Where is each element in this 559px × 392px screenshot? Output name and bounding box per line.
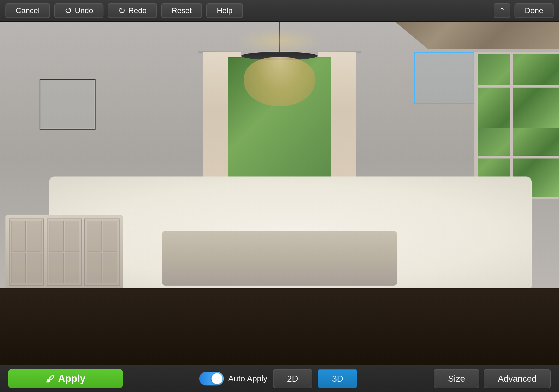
auto-apply-toggle[interactable] bbox=[199, 372, 224, 385]
sideboard-pane bbox=[65, 221, 79, 252]
bottom-bar-center: Auto Apply 2D 3D bbox=[123, 369, 434, 388]
view-3d-button[interactable]: 3D bbox=[318, 369, 357, 388]
sideboard-pane bbox=[87, 221, 101, 252]
sideboard-pane bbox=[27, 221, 41, 252]
sideboard bbox=[5, 215, 123, 289]
redo-button[interactable]: Redo bbox=[108, 3, 157, 18]
bottom-bar-right: Size Advanced bbox=[434, 369, 551, 388]
ceiling-beams bbox=[395, 22, 559, 49]
paintbrush-icon bbox=[46, 373, 54, 384]
chandelier-body bbox=[241, 52, 318, 106]
sideboard-pane bbox=[103, 253, 117, 283]
advanced-button[interactable]: Advanced bbox=[484, 369, 551, 388]
done-button[interactable]: Done bbox=[515, 3, 554, 18]
help-button[interactable]: Help bbox=[206, 3, 243, 18]
undo-button[interactable]: Undo bbox=[54, 3, 103, 18]
chandelier-crystals bbox=[244, 57, 315, 106]
floor bbox=[0, 288, 559, 365]
dining-table bbox=[162, 231, 397, 286]
view-2d-button[interactable]: 2D bbox=[273, 369, 313, 388]
toggle-thumb bbox=[212, 373, 222, 384]
sideboard-pane bbox=[65, 253, 79, 283]
sideboard-door-left bbox=[9, 219, 44, 286]
sideboard-door-center bbox=[47, 219, 82, 286]
redo-label: Redo bbox=[128, 6, 147, 15]
cancel-button[interactable]: Cancel bbox=[5, 3, 50, 18]
scene-viewport[interactable] bbox=[0, 22, 559, 365]
apply-button[interactable]: Apply bbox=[8, 369, 123, 388]
collapse-button[interactable] bbox=[494, 3, 510, 18]
bottom-bar: Apply Auto Apply 2D 3D Size Advanced bbox=[0, 365, 559, 392]
scene-background bbox=[0, 22, 559, 365]
sideboard-door-right bbox=[84, 219, 120, 286]
sideboard-pane bbox=[27, 253, 41, 283]
sideboard-pane bbox=[11, 221, 26, 252]
size-button[interactable]: Size bbox=[434, 369, 479, 388]
window-top-right bbox=[474, 52, 559, 131]
chandelier-glow bbox=[236, 27, 323, 55]
sideboard-pane bbox=[103, 221, 117, 252]
sideboard-pane bbox=[11, 253, 26, 283]
reset-button[interactable]: Reset bbox=[161, 3, 202, 18]
apply-label: Apply bbox=[58, 373, 85, 384]
sideboard-pane bbox=[49, 221, 64, 252]
toolbar: Cancel Undo Redo Reset Help Done bbox=[0, 0, 559, 22]
auto-apply-label: Auto Apply bbox=[228, 374, 267, 383]
sideboard-pane bbox=[49, 253, 64, 283]
undo-label: Undo bbox=[75, 6, 93, 15]
auto-apply-toggle-container: Auto Apply bbox=[199, 372, 267, 385]
undo-icon bbox=[65, 5, 72, 16]
selection-rect-right[interactable] bbox=[414, 52, 474, 104]
redo-icon bbox=[118, 5, 126, 16]
sideboard-pane bbox=[87, 253, 101, 283]
chevron-up-icon bbox=[499, 6, 505, 15]
selection-rect-left[interactable] bbox=[40, 79, 96, 130]
